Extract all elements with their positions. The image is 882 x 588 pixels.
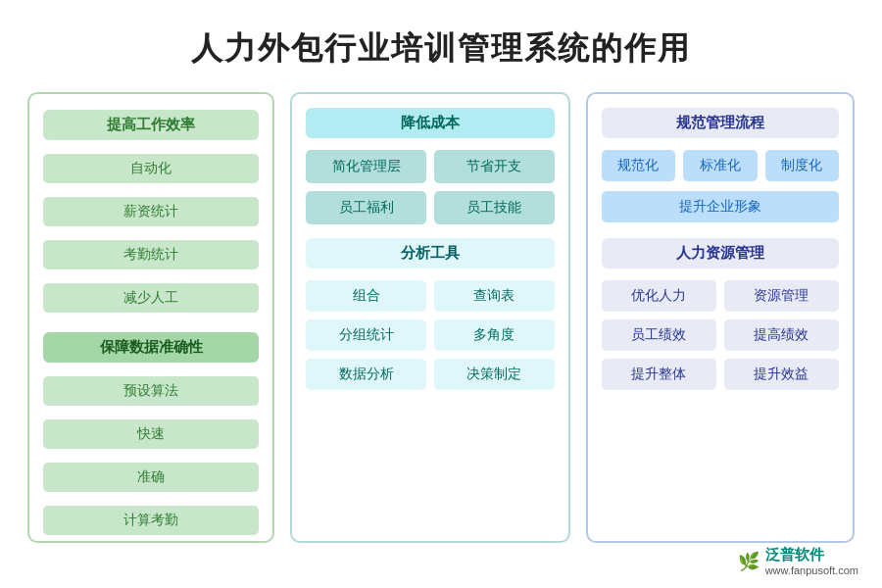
right-item-5: 资源管理 [724,280,839,312]
right-item-4: 优化人力 [602,280,716,312]
footer: 🌿 泛普软件 www.fanpusoft.com [738,546,858,576]
mid-item-7: 分组统计 [306,319,426,351]
left-item-1: 自动化 [43,154,259,183]
brand-logo: 🌿 [738,551,760,572]
mid-item-1: 简化管理层 [306,150,426,183]
mid-item-5: 组合 [306,280,426,312]
page-title: 人力外包行业培训管理系统的作用 [0,0,882,92]
right-item-wide: 提升企业形象 [602,191,839,222]
right-item-1: 规范化 [602,150,675,181]
panel-left: 提高工作效率 自动化 薪资统计 考勤统计 减少人工 保障数据准确性 预设算法 快… [27,92,274,543]
left-item-6: 快速 [43,419,259,449]
main-content: 提高工作效率 自动化 薪资统计 考勤统计 减少人工 保障数据准确性 预设算法 快… [0,92,882,543]
left-title-1: 提高工作效率 [43,110,259,140]
right-item-2: 标准化 [683,150,757,181]
mid-title-1: 降低成本 [306,108,554,138]
panel-right: 规范管理流程 规范化 标准化 制度化 提升企业形象 人力资源管理 优化人力 资源… [586,92,855,543]
right-title-1: 规范管理流程 [602,108,839,138]
brand-url: www.fanpusoft.com [765,564,858,576]
right-item-8: 提升整体 [602,359,716,390]
right-title-2: 人力资源管理 [602,238,839,269]
mid-item-4: 员工技能 [434,191,555,224]
mid-item-9: 数据分析 [306,359,426,390]
right-item-3: 制度化 [765,150,839,181]
mid-grid-1: 简化管理层 节省开支 员工福利 员工技能 [306,150,554,224]
left-title-2: 保障数据准确性 [43,332,259,363]
mid-item-3: 员工福利 [306,191,426,224]
left-item-3: 考勤统计 [43,240,259,270]
mid-item-10: 决策制定 [434,359,555,390]
left-item-5: 预设算法 [43,376,259,406]
brand-name: 泛普软件 [765,546,858,564]
mid-item-8: 多角度 [434,319,555,351]
left-item-2: 薪资统计 [43,197,259,226]
left-item-4: 减少人工 [43,283,259,313]
panel-mid: 降低成本 简化管理层 节省开支 员工福利 员工技能 分析工具 组合 查询表 分组… [290,92,569,543]
mid-item-2: 节省开支 [434,150,555,183]
right-item-9: 提升效益 [724,359,839,390]
left-item-7: 准确 [43,463,259,492]
mid-grid-2: 组合 查询表 分组统计 多角度 数据分析 决策制定 [306,280,554,390]
right-item-7: 提高绩效 [724,319,839,351]
right-grid-2: 优化人力 资源管理 员工绩效 提高绩效 提升整体 提升效益 [602,280,839,390]
right-item-6: 员工绩效 [602,319,716,351]
mid-title-2: 分析工具 [306,238,554,269]
mid-item-6: 查询表 [434,280,555,312]
right-grid-1: 规范化 标准化 制度化 [602,150,839,181]
left-item-8: 计算考勤 [43,506,259,535]
